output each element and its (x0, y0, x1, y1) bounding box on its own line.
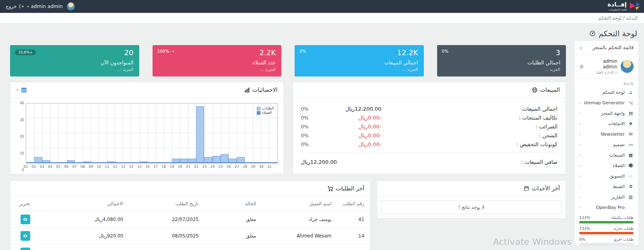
breadcrumb[interactable]: البداية / لوحة التحكم (598, 15, 638, 21)
grid-line-vertical (107, 103, 107, 163)
sidebar-user-role: ▫ الادارة العليا (587, 70, 617, 74)
legend-entry: العملاء (257, 111, 274, 115)
kpi-more-link[interactable]: المزيد ... (158, 67, 276, 72)
x-axis-tick-label: 25 (219, 165, 223, 169)
cell-customer: Ahmed Wesam (262, 228, 337, 244)
date-range-picker[interactable]: ∨ (16, 87, 27, 93)
grid-line-vertical (237, 103, 237, 163)
sidebar-item-label: تصميم (584, 142, 625, 147)
legend-swatch (257, 111, 260, 115)
latest-orders-panel: آخر الطلبات رقم الطلباسم العميلالحالةتار… (10, 180, 370, 250)
kpi-card-total-orders[interactable]: 0% 3 اجمالي الطلبات المزيد ... (437, 45, 566, 76)
gear-icon[interactable]: ⚙ (579, 64, 584, 70)
cell-edit (10, 228, 36, 244)
user-menu[interactable]: ▾ admin admin (27, 4, 63, 9)
sidebar-user-info: admin admin ▫ الادارة العليا (587, 58, 617, 74)
x-axis-tick-label: 17 (153, 165, 158, 169)
grid-line-horizontal (26, 148, 277, 148)
sidebar-item-9[interactable]: ⚙الضبط‹ (574, 181, 638, 192)
cell-customer: يوسف جراد (262, 211, 337, 228)
kpi-badge: 0% (299, 49, 306, 54)
cell-status: معلق (204, 244, 262, 250)
y-axis-tick-label: 40 (16, 101, 24, 105)
sidebar-item-5[interactable]: ▭تصميم‹ (574, 139, 638, 150)
x-axis-tick-label: 08 (80, 165, 85, 169)
sidebar-item-2[interactable]: ▤واجهة المتجر‹ (574, 108, 638, 118)
sales-row-percent: 0% (301, 106, 322, 112)
avatar[interactable] (621, 60, 634, 73)
chart-bar (196, 106, 204, 163)
view-order-button[interactable] (21, 248, 30, 250)
sidebar-item-3[interactable]: ❖الاضافات‹ (574, 118, 638, 129)
sidebar: قائمة التحكم بالمتجر ∨ admin admin ▫ الا… (574, 40, 639, 246)
column-header: الحالة (204, 196, 262, 211)
grid-line-vertical (99, 103, 99, 163)
chevron-left-icon: ‹ (579, 153, 581, 158)
sidebar-header[interactable]: قائمة التحكم بالمتجر ∨ (574, 41, 638, 55)
sales-panel-header: المبيعات (293, 82, 566, 98)
progress-label-row: طلبات مكتملة133% (574, 213, 638, 221)
kpi-cards: 0% 3 اجمالي الطلبات المزيد ... 0% 12.2K … (10, 45, 566, 76)
sales-panel: المبيعات اجمالي المبيعات: 12,200.00ريال … (293, 82, 566, 174)
brand-logo-text: إفــادة لتقنية المعلومات (608, 2, 627, 11)
kpi-more-link[interactable]: المزيد ... (16, 67, 134, 72)
logout-button[interactable]: خروج (6, 4, 24, 9)
breadcrumb-bar: البداية / لوحة التحكم (0, 13, 644, 24)
sales-net-row: صافي المبيعات : 12,200.00ريال (301, 153, 558, 165)
kpi-card-customers[interactable]: 100%- ▾ 2.2K عدد العملاء المزيد ... (153, 45, 282, 76)
progress-label: طلبات اخرى (613, 237, 634, 242)
x-axis-tick-label: 28 (243, 165, 247, 169)
sidebar-item-label: الضبط (584, 184, 625, 189)
kpi-more-link[interactable]: المزيد ... (443, 67, 561, 72)
statistics-chart: الطلباتالعملاء 0102030405060708091011121… (10, 98, 283, 174)
x-axis-tick-label: 30 (259, 165, 264, 169)
sidebar-header-label: قائمة التحكم بالمتجر (592, 45, 634, 50)
view-order-button[interactable] (21, 215, 30, 224)
sales-icon: ▦ (628, 153, 634, 158)
x-axis-tick-label: 03 (40, 165, 44, 169)
progress-bar (579, 243, 634, 245)
sales-row: تكاليف المنتجات : -0.00ريال 0% (301, 115, 558, 121)
column-header: تاريخ الطلب (129, 196, 204, 211)
newsletter-icon: ✉ (628, 132, 634, 137)
kpi-card-online-now[interactable]: 33,6%+ 20 المتواجدون الآن المزيد ... (10, 45, 139, 76)
kpi-card-total-sales[interactable]: 0% 12.2K اجمالي المبيعات المزيد ... (295, 45, 424, 76)
sidebar-item-6[interactable]: ▦المبيعات‹ (574, 150, 638, 160)
progress-label: طلبات جارية (613, 226, 634, 231)
sidebar-item-11[interactable]: OpenBay Pro‹ (574, 202, 638, 213)
sidebar-item-label: لوحة التحكم (579, 90, 625, 95)
user-avatar[interactable] (66, 2, 75, 11)
design-icon: ▭ (628, 142, 634, 147)
chart-legend: الطلباتالعملاء (255, 105, 276, 116)
brand-subtitle: لتقنية المعلومات (608, 8, 627, 11)
sidebar-item-1[interactable]: ⌥Webkul Sitemap Generator‹ (574, 97, 638, 108)
layout: قائمة التحكم بالمتجر ∨ admin admin ▫ الا… (0, 40, 644, 250)
grid-line-vertical (67, 103, 67, 163)
kpi-badge-text: 100%- (157, 49, 171, 54)
x-axis-tick-label: 18 (162, 165, 166, 169)
brand-logo[interactable]: إفــادة لتقنية المعلومات (608, 2, 640, 11)
statistics-panel-title: الاحصائيات (252, 87, 278, 93)
sales-row-value: -0.00ريال (333, 115, 382, 121)
x-axis-tick-label: 22 (194, 165, 198, 169)
sidebar-item-8[interactable]: ∴التسويق‹ (574, 171, 638, 181)
sidebar-item-4[interactable]: ✉Newsletter‹ (574, 129, 638, 139)
progress-value: 0% (579, 237, 585, 242)
legend-swatch (257, 107, 260, 110)
cell-date: 08/05/2025 (129, 228, 204, 244)
chevron-left-icon: ‹ (579, 163, 581, 168)
table-row: 1Ahmed Wesamمعلق19/02/20237,200.00ريال (10, 244, 370, 250)
sidebar-item-10[interactable]: ▥التقارير‹ (574, 192, 638, 202)
grid-line-horizontal (26, 133, 277, 133)
column-header: اسم العميل (262, 196, 337, 211)
sidebar-item-7[interactable]: ☻العملاء‹ (574, 160, 638, 171)
y-axis-tick-label: 30 (16, 118, 24, 122)
cell-date: 22/07/2025 (129, 211, 204, 228)
view-order-button[interactable] (21, 231, 30, 241)
x-axis-tick-label: 26 (227, 165, 231, 169)
caret-down-icon: ▾ (172, 50, 174, 53)
sidebar-item-0[interactable]: ⌂لوحة التحكم (574, 87, 638, 97)
cell-order-id: 14 (337, 228, 370, 244)
chart-x-axis: 0102030405060708091011121314151617181920… (26, 165, 278, 170)
kpi-more-link[interactable]: المزيد ... (300, 67, 418, 72)
